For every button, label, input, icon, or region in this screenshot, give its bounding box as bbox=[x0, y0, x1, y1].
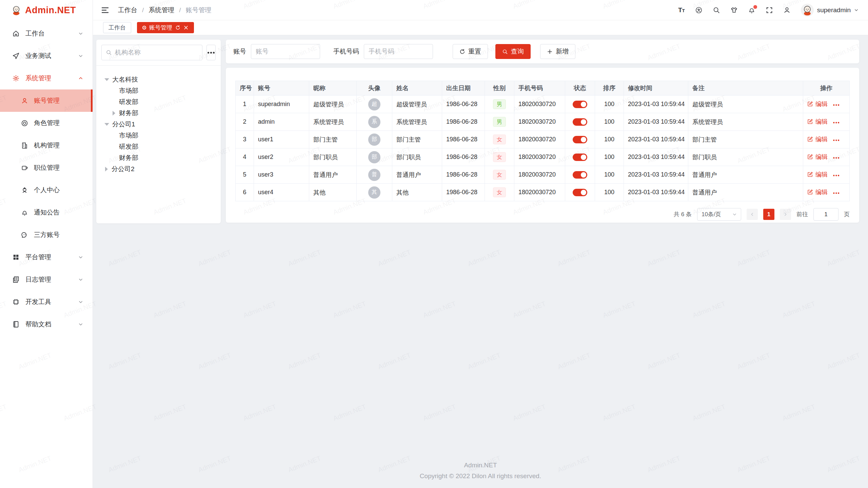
breadcrumb-separator: / bbox=[179, 6, 181, 14]
chevron-down-icon bbox=[78, 255, 83, 260]
person-icon[interactable] bbox=[783, 6, 791, 14]
tree-node-dept[interactable]: 市场部 bbox=[99, 85, 218, 96]
notification-bell-icon[interactable] bbox=[748, 6, 755, 14]
row-avatar: 部 bbox=[368, 134, 380, 146]
tab-refresh-icon[interactable] bbox=[175, 25, 180, 30]
tree-node-dept[interactable]: 市场部 bbox=[99, 130, 218, 141]
status-toggle[interactable] bbox=[573, 136, 587, 143]
notification-badge bbox=[753, 5, 757, 9]
font-size-icon[interactable]: TT bbox=[678, 6, 685, 14]
sidebar-item-org-management[interactable]: 机构管理 bbox=[0, 134, 93, 157]
cell-nickname: 部门主管 bbox=[309, 131, 357, 148]
add-button[interactable]: 新增 bbox=[540, 44, 575, 59]
prev-page-button[interactable] bbox=[747, 209, 758, 220]
breadcrumb-item-workbench[interactable]: 工作台 bbox=[118, 6, 137, 15]
sidebar-item-third-party-account[interactable]: 三方账号 bbox=[0, 224, 93, 246]
cell-account: user4 bbox=[254, 184, 309, 201]
row-more-button[interactable]: ••• bbox=[833, 102, 840, 108]
sidebar-item-notice[interactable]: 通知公告 bbox=[0, 201, 93, 224]
gender-badge: 女 bbox=[493, 135, 506, 144]
tree-node-branch2[interactable]: 分公司2 bbox=[99, 163, 218, 175]
cell-modified: 2023-01-03 10:59:44 bbox=[624, 131, 688, 148]
search-icon bbox=[502, 49, 508, 55]
sidebar-item-workbench[interactable]: 工作台 bbox=[0, 22, 93, 45]
tree-node-dept[interactable]: 财务部 bbox=[99, 152, 218, 163]
footer-copyright: Copyright © 2022 Dilon All rights reserv… bbox=[93, 472, 868, 480]
tree-node-company[interactable]: 大名科技 bbox=[99, 74, 218, 85]
edit-button[interactable]: 编辑 bbox=[807, 135, 828, 143]
edit-icon bbox=[807, 136, 813, 142]
sidebar-item-personal-center[interactable]: 个人中心 bbox=[0, 179, 93, 201]
status-toggle[interactable] bbox=[573, 171, 587, 179]
edit-label: 编辑 bbox=[815, 170, 828, 179]
tree-node-dept[interactable]: 研发部 bbox=[99, 141, 218, 152]
tree-node-dept[interactable]: 研发部 bbox=[99, 96, 218, 107]
sidebar-item-dev-tools[interactable]: 开发工具 bbox=[0, 291, 93, 313]
edit-button[interactable]: 编辑 bbox=[807, 153, 828, 161]
row-more-button[interactable]: ••• bbox=[833, 138, 840, 143]
table-row: 2 admin 系统管理员 系 系统管理员 1986-06-28 男 18020… bbox=[236, 113, 850, 131]
status-toggle[interactable] bbox=[573, 154, 587, 161]
sidebar-item-platform-management[interactable]: 平台管理 bbox=[0, 246, 93, 268]
user-menu[interactable]: superadmin bbox=[801, 4, 859, 17]
org-tree: 大名科技 市场部 研发部 财务部 分公司1 市场部 研发部 财务部 分公司2 bbox=[96, 66, 221, 175]
caret-right-icon[interactable] bbox=[105, 167, 108, 171]
sidebar: Admin.NET 工作台 业务测试 系统管理 账号管理 bbox=[0, 0, 93, 488]
query-button[interactable]: 查询 bbox=[495, 44, 531, 59]
reset-button[interactable]: 重置 bbox=[453, 44, 488, 59]
row-more-button[interactable]: ••• bbox=[833, 173, 840, 178]
sidebar-item-account-management[interactable]: 账号管理 bbox=[0, 89, 93, 112]
sidebar-item-role-management[interactable]: 角色管理 bbox=[0, 112, 93, 134]
pagination: 共 6 条 10条/页 1 前往 页 bbox=[235, 208, 850, 221]
cell-status bbox=[565, 148, 595, 166]
tab-workbench[interactable]: 工作台 bbox=[103, 22, 131, 33]
hamburger-icon[interactable] bbox=[101, 6, 109, 14]
chevron-down-icon bbox=[78, 54, 83, 58]
page-number-button[interactable]: 1 bbox=[763, 209, 774, 220]
gender-badge: 女 bbox=[493, 187, 506, 197]
edit-button[interactable]: 编辑 bbox=[807, 118, 828, 126]
edit-button[interactable]: 编辑 bbox=[807, 170, 828, 179]
cell-birth: 1986-06-28 bbox=[442, 166, 485, 184]
tree-more-button[interactable] bbox=[206, 45, 216, 60]
sidebar-item-system-management[interactable]: 系统管理 bbox=[0, 67, 93, 89]
edit-button[interactable]: 编辑 bbox=[807, 188, 828, 196]
sidebar-item-business-test[interactable]: 业务测试 bbox=[0, 45, 93, 67]
fullscreen-icon[interactable] bbox=[766, 6, 773, 14]
breadcrumb-item-system[interactable]: 系统管理 bbox=[149, 6, 174, 15]
page-size-select[interactable]: 10条/页 bbox=[697, 208, 741, 221]
top-header: 工作台 / 系统管理 / 账号管理 TT superadmin bbox=[93, 0, 868, 20]
sidebar-item-help-docs[interactable]: 帮助文档 bbox=[0, 313, 93, 336]
cell-phone: 18020030720 bbox=[514, 113, 565, 131]
row-more-button[interactable]: ••• bbox=[833, 120, 840, 125]
search-icon[interactable] bbox=[713, 6, 720, 14]
logo[interactable]: Admin.NET bbox=[0, 0, 93, 20]
status-toggle[interactable] bbox=[573, 101, 587, 108]
edit-button[interactable]: 编辑 bbox=[807, 100, 828, 108]
table-row: 4 user2 部门职员 部 部门职员 1986-06-28 女 1802003… bbox=[236, 148, 850, 166]
phone-filter-input[interactable] bbox=[364, 44, 433, 59]
goto-page-input[interactable] bbox=[813, 208, 839, 221]
status-toggle[interactable] bbox=[573, 189, 587, 196]
tree-node-branch1[interactable]: 分公司1 bbox=[99, 119, 218, 130]
tab-account-management[interactable]: 账号管理 bbox=[137, 22, 194, 33]
sidebar-item-position-management[interactable]: 职位管理 bbox=[0, 157, 93, 179]
gender-badge: 女 bbox=[493, 152, 506, 162]
next-page-button[interactable] bbox=[780, 209, 791, 220]
caret-down-icon[interactable] bbox=[104, 78, 109, 81]
org-search-input[interactable] bbox=[115, 49, 198, 56]
row-more-button[interactable]: ••• bbox=[833, 190, 840, 196]
org-tree-panel: 大名科技 市场部 研发部 财务部 分公司1 市场部 研发部 财务部 分公司2 bbox=[96, 40, 221, 223]
row-more-button[interactable]: ••• bbox=[833, 155, 840, 161]
sidebar-item-log-management[interactable]: 日志管理 bbox=[0, 268, 93, 291]
theme-shirt-icon[interactable] bbox=[730, 6, 738, 14]
caret-down-icon[interactable] bbox=[104, 123, 109, 126]
status-toggle[interactable] bbox=[573, 118, 587, 126]
tab-close-icon[interactable] bbox=[183, 25, 189, 30]
caret-right-icon[interactable] bbox=[113, 111, 116, 116]
building-icon bbox=[21, 142, 28, 149]
account-filter-input[interactable] bbox=[251, 44, 320, 59]
language-icon[interactable] bbox=[695, 6, 703, 14]
gear-icon bbox=[12, 75, 20, 82]
tree-node-dept[interactable]: 财务部 bbox=[99, 107, 218, 119]
